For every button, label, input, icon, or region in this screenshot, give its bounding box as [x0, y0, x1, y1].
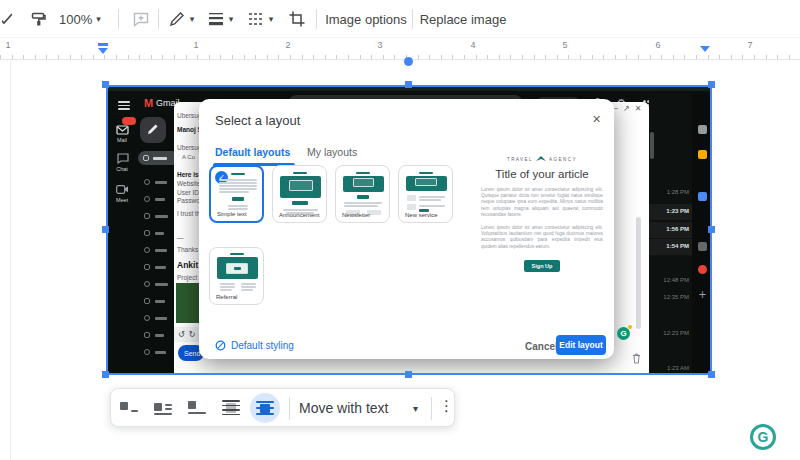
image-wrap-toolbar: Move with text ▾ ⋮ — [110, 388, 455, 427]
get-addons-icon[interactable]: + — [698, 290, 707, 299]
contacts-icon[interactable] — [698, 242, 707, 251]
edit-layout-button[interactable]: Edit layout — [556, 335, 606, 355]
email-text: A Co — [182, 154, 195, 160]
preview-paragraph: Lorem ipsum dolor sit amet consectetur a… — [481, 187, 603, 218]
image-options-button[interactable]: Image options — [324, 7, 408, 31]
ruler-number: 2 — [283, 40, 293, 50]
email-timestamp: 1:28 PM — [649, 189, 689, 195]
redo-icon[interactable]: ↻ — [189, 330, 196, 339]
email-text: — — [177, 234, 184, 241]
resize-handle-mid-left[interactable] — [102, 226, 109, 233]
wrap-text-icon[interactable] — [154, 399, 172, 417]
trash-icon[interactable] — [632, 353, 641, 364]
dialog-title: Select a layout — [215, 113, 300, 128]
maps-icon[interactable] — [698, 265, 707, 274]
chevron-down-icon: ▾ — [229, 14, 234, 24]
border-color-pen-button[interactable]: ▾ — [164, 7, 198, 31]
sidebar-item-mail[interactable]: Mail — [108, 137, 136, 143]
crop-icon[interactable] — [284, 7, 310, 31]
preview-brand: TRAVEL AGENCY — [470, 156, 614, 162]
border-weight-button[interactable]: ▾ — [202, 7, 238, 31]
paint-format-icon[interactable] — [26, 7, 52, 31]
resize-handle-top-center[interactable] — [405, 81, 412, 88]
in-front-of-text-icon[interactable] — [256, 399, 274, 417]
email-timestamp: 1:56 PM — [649, 226, 689, 232]
resize-handle-top-right[interactable] — [708, 81, 715, 88]
more-options-icon[interactable]: ⋮ — [439, 397, 454, 415]
add-comment-icon[interactable] — [128, 7, 154, 31]
replace-image-button[interactable]: Replace image — [420, 7, 506, 31]
keep-icon[interactable] — [698, 150, 707, 159]
compose-button[interactable] — [140, 117, 166, 143]
layout-card-announcement[interactable]: Announcement — [272, 165, 327, 223]
partial-check-icon[interactable] — [0, 7, 14, 31]
layout-preview-pane: TRAVEL AGENCY Title of your article Lore… — [470, 144, 614, 334]
popout-icon: ↗ — [623, 104, 635, 113]
email-timestamp: 1:23 PM — [649, 208, 689, 214]
chevron-down-icon: ▾ — [269, 14, 274, 24]
layout-card-new-service[interactable]: New service — [398, 165, 453, 223]
layout-card-newsletter[interactable]: Newsletter — [335, 165, 390, 223]
wrap-inline-icon[interactable] — [120, 399, 138, 417]
folder-inbox-selected[interactable] — [138, 151, 174, 165]
grammarly-inline-icon[interactable]: G — [617, 327, 630, 340]
sign-up-button[interactable]: Sign Up — [524, 260, 560, 272]
layout-card-referral[interactable]: Referral — [209, 247, 264, 305]
ruler-number: 3 — [375, 40, 385, 50]
replace-image-label: Replace image — [420, 12, 507, 27]
pen-icon — [168, 10, 186, 28]
undo-redo-bar[interactable]: ↺ ↻ — [174, 327, 199, 342]
preview-paragraph: Lorem ipsum dolor sit amet consectetur a… — [481, 225, 603, 250]
calendar-icon[interactable] — [698, 125, 707, 134]
resize-handle-top-left[interactable] — [102, 81, 109, 88]
sidebar-item-chat[interactable]: Chat — [108, 166, 136, 172]
google-docs-app: 100% ▾ ▾ ▾ ▾ Image options Replace imag — [0, 0, 800, 460]
move-with-text-dropdown[interactable]: Move with text — [299, 400, 388, 416]
first-line-indent-marker[interactable] — [98, 43, 108, 46]
chevron-down-icon[interactable]: ▾ — [413, 403, 418, 414]
resize-handle-bottom-right[interactable] — [708, 371, 715, 378]
meet-icon[interactable] — [116, 185, 129, 194]
ruler-number: 1 — [3, 40, 13, 50]
grammarly-badge[interactable]: G — [750, 424, 776, 450]
behind-text-icon[interactable] — [222, 399, 240, 417]
sidebar-item-meet[interactable]: Meet — [108, 197, 136, 203]
undo-icon[interactable]: ↺ — [178, 330, 185, 339]
tasks-icon[interactable] — [698, 192, 707, 201]
dash-style-icon — [247, 10, 265, 28]
break-text-icon[interactable] — [188, 399, 206, 417]
card-label: Simple text — [217, 211, 247, 217]
resize-handle-bottom-center[interactable] — [405, 371, 412, 378]
tab-default-layouts[interactable]: Default layouts — [215, 146, 290, 158]
ruler-number: 6 — [653, 40, 663, 50]
email-timestamp: 12:23 PM — [649, 330, 689, 336]
card-label: New service — [405, 212, 438, 218]
minimize-icon: – — [614, 104, 623, 113]
close-icon: ✕ — [635, 104, 647, 113]
dialog-close-icon[interactable]: ✕ — [592, 113, 601, 126]
left-indent-marker[interactable] — [98, 48, 108, 54]
side-panel-rail: + — [692, 93, 712, 374]
selected-inline-image[interactable]: M Gmail Search in mail Active ▾ ? ⚙ Mail — [106, 85, 712, 375]
toolbar-divider — [158, 9, 159, 29]
chat-icon[interactable] — [117, 153, 129, 164]
border-dash-button[interactable]: ▾ — [242, 7, 278, 31]
email-timestamp: 1:54 PM — [649, 243, 689, 249]
tab-my-layouts[interactable]: My layouts — [307, 146, 357, 158]
resize-handle-mid-right[interactable] — [708, 226, 715, 233]
compose-window-controls[interactable]: –↗✕ — [614, 104, 646, 113]
layout-card-simple-text[interactable]: ✓ Simple text — [209, 165, 264, 223]
cancel-button[interactable]: Cancel — [525, 341, 558, 352]
default-styling-link[interactable]: Default styling — [215, 340, 294, 351]
zoom-select[interactable]: 100% ▾ — [56, 7, 104, 31]
email-timestamp: 12:48 PM — [649, 277, 689, 283]
right-indent-marker[interactable] — [700, 46, 710, 52]
hamburger-menu-icon[interactable] — [118, 99, 130, 112]
rotate-handle[interactable] — [404, 57, 413, 66]
chevron-down-icon: ▾ — [96, 14, 101, 24]
horizontal-ruler[interactable]: 1 1 2 3 4 5 6 7 — [0, 38, 800, 60]
mail-icon[interactable] — [116, 125, 129, 135]
scrollbar[interactable] — [636, 217, 641, 329]
resize-handle-bottom-left[interactable] — [102, 371, 109, 378]
scrollbar[interactable] — [650, 132, 654, 159]
